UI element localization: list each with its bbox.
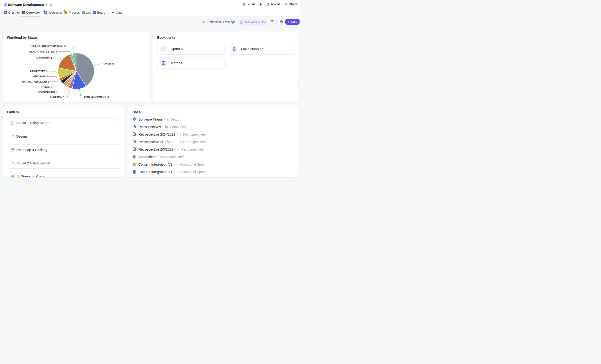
svg-text:CONSIDERING 2: CONSIDERING 2 [38,91,57,94]
svg-text:IN REVIEW 14: IN REVIEW 14 [36,57,52,59]
svg-text:TRIAGE 2: TRIAGE 2 [41,86,52,89]
svg-text:OPEN 35: OPEN 35 [104,62,114,65]
svg-text:PRIORITIZED 8: PRIORITIZED 8 [30,70,48,73]
svg-text:IN DEVELOPMENT 11: IN DEVELOPMENT 11 [84,96,109,98]
svg-text:READY FOR TESTING 2: READY FOR TESTING 2 [29,50,57,53]
svg-text:NEED INFO 2: NEED INFO 2 [33,75,48,78]
svg-text:IN DESIGN 3: IN DESIGN 3 [50,96,64,99]
svg-text:READY FOR DEPLOYMENT 3: READY FOR DEPLOYMENT 3 [31,45,66,47]
svg-text:WAITING FOR CLIENT 3: WAITING FOR CLIENT 3 [21,80,50,83]
